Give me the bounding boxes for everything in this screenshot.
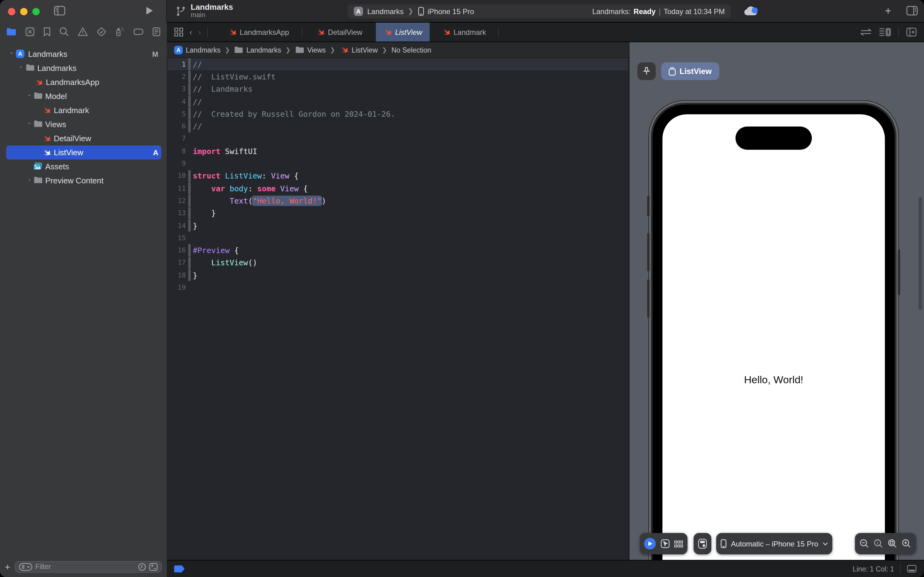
code-line-17[interactable]: 17 ListView()	[167, 257, 628, 269]
add-file-button[interactable]: +	[5, 561, 10, 572]
sidebar-item-landmark[interactable]: Landmark	[0, 103, 167, 118]
disclosure-open-icon[interactable]: ⌄	[8, 49, 14, 55]
swift-file-icon	[441, 27, 451, 37]
live-preview-button[interactable]	[644, 538, 656, 550]
code-line-8[interactable]: 8import SwiftUI	[167, 145, 628, 157]
breakpoint-indicator[interactable]	[174, 565, 185, 572]
tab-listview[interactable]: ListView	[375, 23, 429, 42]
recent-files-filter-icon[interactable]	[138, 562, 146, 571]
run-button[interactable]	[145, 6, 153, 15]
sidebar-item-preview-content[interactable]: ›Preview Content	[0, 174, 167, 188]
disclosure-closed-icon[interactable]: ›	[26, 177, 32, 183]
navigate-forward-icon[interactable]: ›	[198, 27, 201, 37]
filter-field[interactable]: Filter	[14, 561, 162, 572]
code-line-19[interactable]: 19	[167, 282, 628, 294]
preview-tab-listview[interactable]: ListView	[661, 62, 719, 80]
code-line-6[interactable]: 6//	[167, 120, 628, 133]
close-window-button[interactable]	[8, 8, 15, 15]
disclosure-open-icon[interactable]: ⌄	[18, 63, 24, 69]
navigate-back-icon[interactable]: ‹	[190, 27, 192, 37]
code-line-9[interactable]: 9	[167, 157, 628, 170]
code-line-10[interactable]: 10struct ListView: View {	[167, 169, 628, 182]
canvas-scrollbar[interactable]	[919, 197, 922, 310]
zoom-100-button[interactable]: 1	[874, 539, 883, 548]
variants-mode-button[interactable]	[674, 540, 683, 547]
code-text: // Created by Russell Gordon on 2024-01-…	[190, 110, 395, 119]
volume-down-button	[647, 279, 650, 318]
preview-device-picker[interactable]: Automatic – iPhone 15 Pro	[716, 533, 832, 554]
iphone-15-pro-preview[interactable]: Hello, World!	[649, 101, 898, 560]
find-navigator-icon[interactable]	[59, 27, 69, 37]
debug-navigator-icon[interactable]	[115, 27, 125, 37]
zoom-window-button[interactable]	[32, 8, 40, 15]
change-bar	[188, 207, 190, 219]
folder-icon	[26, 64, 35, 71]
code-line-1[interactable]: 1//	[167, 58, 628, 71]
new-tab-button[interactable]: +	[885, 5, 891, 18]
code-line-3[interactable]: 3// Landmarks	[167, 83, 628, 95]
code-line-7[interactable]: 7	[167, 133, 628, 145]
code-review-icon[interactable]	[860, 28, 871, 36]
sidebar-item-landmarksapp[interactable]: LandmarksApp	[0, 75, 167, 89]
issues-navigator-icon[interactable]	[77, 27, 88, 37]
breadcrumb-landmarks[interactable]: Landmarks	[234, 46, 282, 54]
project-navigator-icon[interactable]	[6, 27, 16, 36]
sidebar-item-landmarks[interactable]: ⌄ALandmarksM	[0, 47, 167, 61]
code-line-16[interactable]: 16#Preview {	[167, 244, 628, 257]
filter-options-icon[interactable]	[19, 562, 32, 571]
sidebar-item-assets[interactable]: Assets	[0, 160, 167, 174]
tab-landmarksapp[interactable]: LandmarksApp	[215, 23, 302, 42]
source-editor[interactable]: 1//2// ListView.swift3// Landmarks4//5//…	[167, 58, 628, 560]
source-control-filter-icon[interactable]	[149, 562, 158, 571]
code-line-4[interactable]: 4//	[167, 95, 628, 108]
toggle-left-sidebar-icon[interactable]	[54, 5, 65, 16]
breadcrumb-label: Landmarks	[186, 46, 221, 53]
build-time: Today at 10:34 PM	[664, 7, 725, 16]
sidebar-item-views[interactable]: ⌄Views	[0, 118, 167, 131]
related-items-icon[interactable]	[174, 27, 184, 37]
toggle-debug-area-icon[interactable]	[907, 565, 917, 573]
scheme-selector[interactable]: A Landmarks ❯ iPhone 15 Pro Landmarks: R…	[348, 4, 731, 18]
code-line-15[interactable]: 15	[167, 232, 628, 244]
code-line-13[interactable]: 13 }	[167, 207, 628, 219]
breadcrumb-landmarks[interactable]: ALandmarks	[174, 45, 221, 54]
reports-navigator-icon[interactable]	[152, 27, 161, 37]
sidebar-item-listview[interactable]: ListViewA	[0, 145, 167, 160]
code-line-11[interactable]: 11 var body: some View {	[167, 182, 628, 195]
scheme-destination[interactable]: iPhone 15 Pro	[427, 7, 474, 16]
bookmarks-navigator-icon[interactable]	[43, 27, 51, 37]
scheme-app-icon: A	[354, 7, 363, 16]
breadcrumb-listview[interactable]: ListView	[340, 45, 378, 55]
disclosure-open-icon[interactable]: ⌄	[26, 119, 32, 125]
tests-navigator-icon[interactable]	[97, 27, 106, 37]
zoom-fit-button[interactable]	[888, 539, 897, 548]
tab-landmark[interactable]: Landmark	[429, 23, 498, 42]
zoom-out-button[interactable]	[860, 539, 869, 548]
code-text: ListView()	[190, 258, 257, 268]
pin-preview-button[interactable]	[637, 62, 656, 80]
code-line-12[interactable]: 12 Text("Hello, World!")	[167, 195, 628, 207]
minimize-window-button[interactable]	[20, 8, 27, 15]
disclosure-open-icon[interactable]: ⌄	[26, 91, 32, 97]
device-settings-button[interactable]	[694, 533, 712, 554]
breakpoints-navigator-icon[interactable]	[133, 28, 143, 35]
sidebar-item-landmarks[interactable]: ⌄Landmarks	[0, 61, 167, 75]
selectable-mode-button[interactable]	[660, 539, 670, 548]
editor-options-icon[interactable]	[879, 27, 891, 37]
tab-label: ListView	[395, 28, 422, 36]
breadcrumb-no-selection[interactable]: No Selection	[391, 46, 431, 53]
sidebar-item-model[interactable]: ⌄Model	[0, 89, 167, 103]
toggle-right-sidebar-icon[interactable]	[906, 5, 918, 16]
tab-detailview[interactable]: DetailView	[302, 23, 375, 42]
preview-hello-text: Hello, World!	[662, 374, 885, 386]
breadcrumb-views[interactable]: Views	[295, 46, 326, 54]
code-line-5[interactable]: 5// Created by Russell Gordon on 2024-01…	[167, 108, 628, 120]
code-line-2[interactable]: 2// ListView.swift	[167, 71, 628, 83]
source-control-navigator-icon[interactable]	[25, 27, 35, 37]
scheme-project-name[interactable]: Landmarks	[367, 7, 404, 16]
sidebar-item-detailview[interactable]: DetailView	[0, 131, 167, 145]
zoom-in-button[interactable]	[902, 539, 911, 548]
add-editor-icon[interactable]	[906, 27, 917, 37]
code-line-18[interactable]: 18}	[167, 269, 628, 282]
code-line-14[interactable]: 14}	[167, 219, 628, 232]
